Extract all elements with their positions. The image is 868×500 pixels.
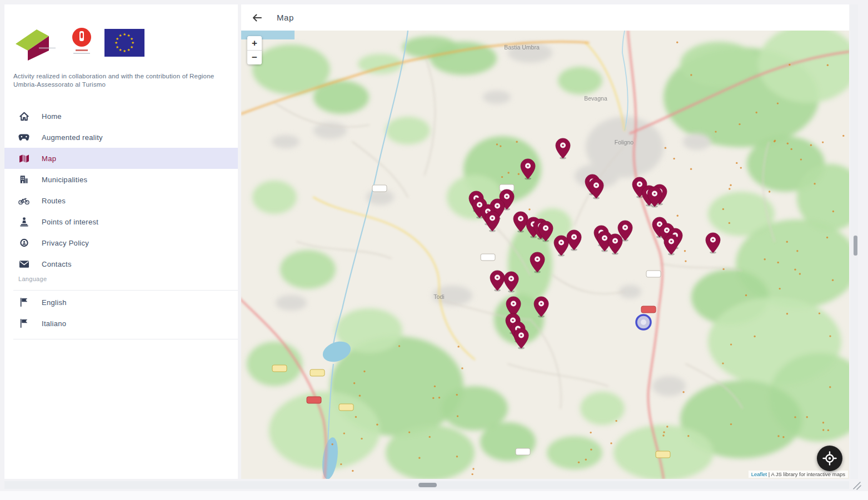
badge-icon [18,237,29,248]
attribution-text: | A JS library for interactive maps [767,471,845,477]
map-canvas[interactable]: TodiFolignoBastia UmbraBevagna + − Leafl… [241,31,849,479]
road-shield [310,369,325,376]
current-location-marker [636,315,651,329]
language-item-label: Italiano [42,319,66,328]
svg-text:★: ★ [123,32,126,36]
poi-icon [18,216,29,227]
sidebar-item-label: Home [42,112,62,121]
locate-target-icon [822,451,837,466]
controller-icon [18,132,29,143]
svg-text:★: ★ [130,37,133,41]
flag-icon [18,318,29,329]
svg-text:★: ★ [116,45,119,49]
sidebar-item-label: Augmented reality [42,133,103,142]
road-shield [272,365,287,372]
sidebar-item-label: Routes [42,197,66,205]
map-attribution: Leaflet | A JS library for interactive m… [749,471,848,478]
sidebar-item-label: Contacts [42,260,72,268]
page-title: Map [277,13,294,22]
envelope-icon [18,258,29,269]
zoom-in-button[interactable]: + [247,36,262,50]
road-shield [372,185,387,192]
sidebar-item-privacy-policy[interactable]: Privacy Policy [4,232,238,253]
main-panel: Map [241,4,849,479]
horizontal-scrollbar-thumb[interactable] [418,483,437,487]
back-button[interactable] [249,10,265,26]
road-shield [307,397,321,403]
map-topbar: Map [241,4,849,31]
sidebar: ★★★★★★★★★★★★ Activity realized in collab… [4,4,238,479]
sidebar-item-label: Map [42,154,56,163]
logo-row: ★★★★★★★★★★★★ [12,23,144,62]
town-label: Foligno [615,139,634,146]
road-shield [646,271,661,277]
zoom-control: + − [247,36,262,64]
vertical-scrollbar-thumb[interactable] [854,236,857,256]
sidebar-item-municipalities[interactable]: Municipalities [4,169,238,190]
eu-flag: ★★★★★★★★★★★★ [104,29,144,57]
town-label: Todi [433,293,444,300]
sidebar-item-home[interactable]: Home [4,106,238,127]
bottom-strip [0,491,868,500]
sidebar-item-contacts[interactable]: Contacts [4,253,238,274]
leaflet-link[interactable]: Leaflet [751,471,767,477]
svg-text:★: ★ [127,48,131,52]
town-label: Bastia Umbra [504,44,540,51]
bicycle-icon [18,195,29,206]
sidebar-item-routes[interactable]: Routes [4,190,238,211]
road-shield [516,448,530,455]
svg-text:★: ★ [131,41,134,44]
sidebar-item-label: Points of interest [42,218,98,226]
partner-logo [12,25,59,61]
svg-text:★: ★ [130,45,133,49]
sidebar-item-label: Municipalities [42,176,87,184]
divider [13,290,238,291]
road-shield [656,451,670,458]
svg-text:★: ★ [119,33,122,37]
sidebar-item-label: Privacy Policy [42,239,89,247]
zoom-out-button[interactable]: − [247,50,262,64]
sidebar-menu: HomeAugmented realityMapMunicipalitiesRo… [4,106,238,274]
map-icon [18,153,29,164]
sidebar-item-augmented-reality[interactable]: Augmented reality [4,127,238,148]
language-item-label: English [42,298,67,307]
road-shield [641,306,656,313]
language-item-italiano[interactable]: Italiano [4,313,238,334]
flag-icon [18,297,29,308]
divider [13,339,238,339]
home-icon [18,111,29,122]
svg-text:★: ★ [114,41,118,44]
arrow-left-icon [251,12,262,23]
language-menu: EnglishItaliano [4,292,238,334]
language-section-label: Language [18,276,47,282]
resize-handle[interactable] [851,480,862,491]
red-emblem-logo [69,25,94,61]
sidebar-item-map[interactable]: Map [4,148,238,169]
locate-button[interactable] [817,446,842,471]
credit-text: Activity realized in collaboration and w… [13,72,231,89]
buildings-icon [18,174,29,185]
sidebar-item-points-of-interest[interactable]: Points of interest [4,211,238,232]
town-label: Bevagna [584,95,607,102]
svg-text:★: ★ [123,49,126,53]
road-shield [339,404,353,411]
road-shield [481,254,495,261]
svg-text:★: ★ [119,48,122,52]
language-item-english[interactable]: English [4,292,238,313]
